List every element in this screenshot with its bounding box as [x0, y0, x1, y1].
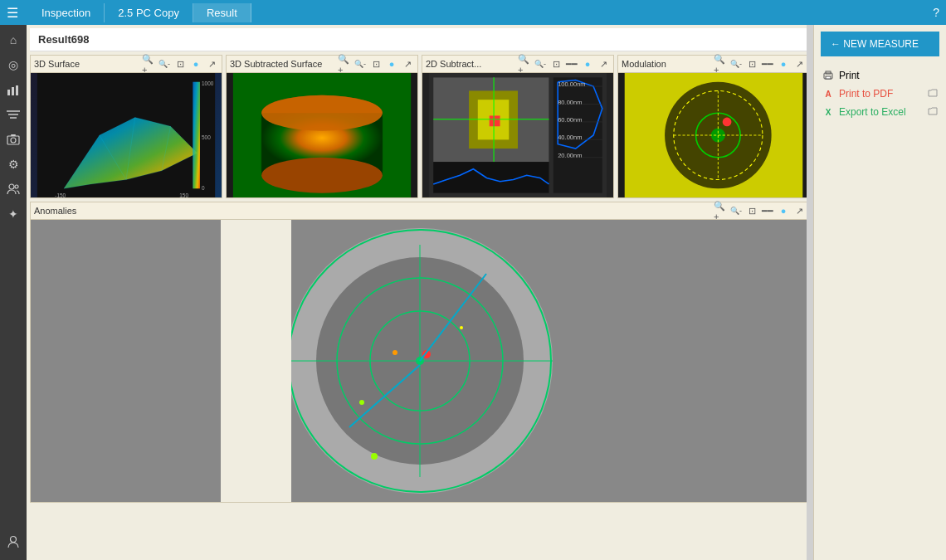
zoom-in-icon[interactable]: 🔍+ — [142, 57, 155, 71]
panel-2d-subtracted-content: 100.00nm 80.00nm 60.00nm 40.00nm 20.00nm — [422, 73, 613, 197]
sidebar-home-icon[interactable]: ⌂ — [2, 28, 25, 51]
panel-modulation-content — [618, 73, 809, 197]
print-pdf-action[interactable]: A Print to PDF — [821, 85, 939, 103]
sidebar-settings-icon[interactable]: ⚙ — [2, 153, 25, 176]
svg-point-7 — [11, 138, 16, 143]
svg-point-10 — [15, 185, 18, 188]
svg-text:-150: -150 — [55, 192, 66, 197]
svg-text:60.00nm: 60.00nm — [558, 116, 582, 124]
pdf-icon: A — [822, 88, 834, 100]
expand-icon-5[interactable]: ↗ — [792, 204, 806, 217]
expand-icon-3[interactable]: ↗ — [597, 57, 610, 71]
svg-rect-32 — [490, 115, 500, 126]
panel-2d-subtracted-header: 2D Subtract... 🔍+ 🔍- ⊡ ━━ ● ↗ — [422, 56, 613, 73]
print-icon — [822, 70, 834, 81]
fit-icon[interactable]: ⊡ — [173, 57, 187, 71]
sidebar-circle-icon[interactable]: ◎ — [2, 53, 25, 76]
zoom-in-icon-2[interactable]: 🔍+ — [338, 57, 351, 71]
panel-3d-surface-content: -150 150 1000 500 0 — [31, 73, 222, 197]
sidebar-star-icon[interactable]: ✦ — [2, 202, 25, 226]
3d-subtracted-viz — [227, 73, 417, 197]
svg-rect-0 — [7, 90, 10, 95]
svg-rect-2 — [16, 85, 18, 95]
svg-text:1000: 1000 — [202, 80, 214, 86]
svg-point-23 — [261, 95, 383, 131]
zoom-out-icon-3[interactable]: 🔍- — [534, 57, 547, 71]
sidebar-chart-icon[interactable] — [2, 78, 25, 101]
zoom-out-icon[interactable]: 🔍- — [158, 57, 171, 71]
ruler-icon-4[interactable]: ━━ — [761, 57, 774, 71]
panel-anomalies: Anomalies 🔍+ 🔍- ⊡ ━━ ● ↗ — [30, 202, 810, 503]
fit-icon-2[interactable]: ⊡ — [369, 57, 383, 71]
sidebar-filter-icon[interactable] — [2, 103, 25, 126]
panel-modulation-title: Modulation — [622, 59, 711, 69]
fit-icon-5[interactable]: ⊡ — [745, 204, 758, 217]
zoom-out-icon-5[interactable]: 🔍- — [729, 204, 743, 217]
menu-hamburger-icon[interactable]: ☰ — [7, 5, 18, 21]
zoom-out-icon-2[interactable]: 🔍- — [354, 57, 367, 71]
svg-point-70 — [371, 453, 378, 460]
tab-inspection[interactable]: Inspection — [28, 3, 105, 22]
panel-3d-subtracted-content — [227, 73, 417, 197]
panel-3d-subtracted-header: 3D Subtracted Surface 🔍+ 🔍- ⊡ ● ↗ — [227, 56, 417, 73]
sidebar-camera-icon[interactable] — [2, 128, 25, 151]
svg-point-22 — [261, 158, 383, 193]
panel-3d-subtracted: 3D Subtracted Surface 🔍+ 🔍- ⊡ ● ↗ — [226, 55, 418, 198]
export-excel-action[interactable]: X Export to Excel — [821, 103, 939, 121]
svg-rect-35 — [433, 162, 549, 193]
sidebar-user-bottom-icon[interactable] — [2, 530, 25, 553]
zoom-in-icon-3[interactable]: 🔍+ — [518, 57, 531, 71]
sidebar: ⌂ ◎ ⚙ ✦ — [0, 25, 27, 560]
svg-text:100.00nm: 100.00nm — [558, 80, 585, 88]
svg-rect-8 — [11, 134, 16, 136]
scrollbar[interactable] — [807, 25, 813, 560]
expand-icon-2[interactable]: ↗ — [401, 57, 414, 71]
fit-icon-4[interactable]: ⊡ — [745, 57, 758, 71]
panel-3d-surface-title: 3D Surface — [34, 59, 139, 69]
svg-rect-15 — [193, 82, 200, 189]
svg-point-71 — [393, 350, 397, 355]
result-title: Result698 — [30, 28, 810, 51]
main-content: Result698 3D Surface 🔍+ 🔍- ⊡ ● ↗ — [27, 25, 813, 560]
modulation-viz — [618, 73, 809, 197]
ruler-icon-5[interactable]: ━━ — [761, 204, 774, 217]
svg-point-73 — [460, 326, 463, 329]
svg-text:500: 500 — [202, 134, 211, 140]
svg-point-72 — [359, 400, 364, 405]
panel-2d-subtracted: 2D Subtract... 🔍+ 🔍- ⊡ ━━ ● ↗ — [422, 55, 614, 198]
right-panel: ← NEW MEASURE Print A Print to PDF X Exp… — [813, 25, 946, 560]
zoom-in-icon-4[interactable]: 🔍+ — [714, 57, 727, 71]
excel-folder-icon — [928, 106, 938, 118]
fit-icon-3[interactable]: ⊡ — [549, 57, 563, 71]
color-icon-4[interactable]: ● — [777, 57, 790, 71]
help-icon[interactable]: ? — [933, 6, 939, 19]
expand-icon[interactable]: ↗ — [205, 57, 218, 71]
export-excel-label: Export to Excel — [839, 106, 906, 118]
svg-rect-77 — [826, 76, 831, 79]
expand-icon-4[interactable]: ↗ — [792, 57, 806, 71]
panel-3d-subtracted-title: 3D Subtracted Surface — [230, 59, 335, 69]
color-icon-5[interactable]: ● — [777, 204, 790, 217]
color-icon-2[interactable]: ● — [385, 57, 398, 71]
zoom-in-icon-5[interactable]: 🔍+ — [714, 204, 727, 217]
panel-3d-surface-header: 3D Surface 🔍+ 🔍- ⊡ ● ↗ — [31, 56, 222, 73]
color-icon[interactable]: ● — [189, 57, 202, 71]
2d-subtracted-viz: 100.00nm 80.00nm 60.00nm 40.00nm 20.00nm — [422, 73, 613, 197]
tab-pc-copy[interactable]: 2.5 PC Copy — [105, 3, 193, 22]
svg-text:20.00nm: 20.00nm — [558, 152, 582, 159]
color-icon-3[interactable]: ● — [581, 57, 594, 71]
panel-anomalies-header: Anomalies 🔍+ 🔍- ⊡ ━━ ● ↗ — [31, 202, 809, 220]
panel-modulation: Modulation 🔍+ 🔍- ⊡ ━━ ● ↗ — [617, 55, 810, 198]
sidebar-users-icon[interactable] — [2, 178, 25, 201]
print-pdf-label: Print to PDF — [839, 88, 893, 100]
tab-result[interactable]: Result — [193, 3, 251, 22]
new-measure-button[interactable]: ← NEW MEASURE — [821, 32, 939, 56]
svg-text:150: 150 — [179, 192, 188, 197]
svg-text:80.00nm: 80.00nm — [558, 99, 582, 106]
svg-text:40.00nm: 40.00nm — [558, 134, 582, 141]
panel-modulation-header: Modulation 🔍+ 🔍- ⊡ ━━ ● ↗ — [618, 56, 809, 73]
panel-3d-surface: 3D Surface 🔍+ 🔍- ⊡ ● ↗ — [30, 55, 222, 198]
print-action[interactable]: Print — [821, 66, 939, 85]
ruler-icon-3[interactable]: ━━ — [565, 57, 578, 71]
zoom-out-icon-4[interactable]: 🔍- — [729, 57, 743, 71]
